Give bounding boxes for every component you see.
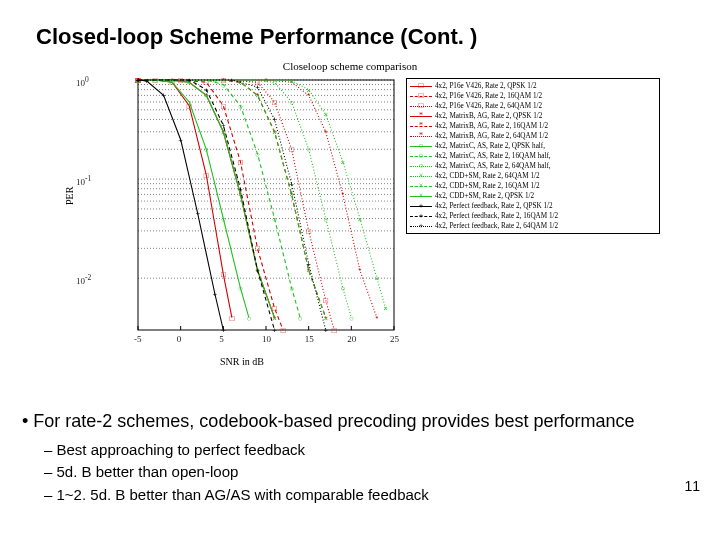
chart-xtick: 20	[347, 334, 356, 344]
legend-entry: □4x2, P16e V426, Rate 2, QPSK 1/2	[410, 81, 656, 91]
svg-text:×: ×	[383, 304, 388, 313]
legend-entry: +4x2, Perfect feedback, Rate 2, 16QAM 1/…	[410, 211, 656, 221]
svg-text:+: +	[255, 266, 260, 275]
svg-text:□: □	[272, 98, 277, 107]
svg-text:○: ○	[272, 78, 277, 87]
chart-ytick: 100	[76, 75, 89, 88]
chart-xlabel: SNR in dB	[220, 356, 264, 367]
chart-ytick: 10-2	[76, 273, 91, 286]
svg-text:+: +	[195, 209, 200, 218]
slide: Closed-loop Scheme Performance (Cont. ) …	[0, 0, 720, 540]
svg-text:+: +	[161, 91, 166, 100]
bullet-subs: – Best approaching to perfect feedback –…	[44, 440, 429, 507]
svg-text:□: □	[289, 145, 294, 154]
legend-entry: ○4x2, MatrixC, AS, Rate 2, 64QAM half,	[410, 161, 656, 171]
svg-text:+: +	[230, 76, 235, 85]
chart: Closeloop scheme comparison PER □□□□□□□□…	[60, 60, 640, 370]
svg-text:*: *	[341, 190, 344, 199]
chart-xtick: 15	[305, 334, 314, 344]
legend-entry: ○4x2, MatrixC, AS, Rate 2, 16QAM half,	[410, 151, 656, 161]
svg-text:□: □	[229, 314, 234, 323]
svg-text:□: □	[332, 326, 337, 335]
svg-text:□: □	[281, 326, 286, 335]
chart-xtick: -5	[134, 334, 142, 344]
svg-text:+: +	[272, 115, 277, 124]
bullet-sub-1: 5d. B better than open-loop	[57, 463, 239, 480]
svg-text:○: ○	[349, 314, 354, 323]
svg-text:*: *	[358, 266, 361, 275]
slide-title: Closed-loop Scheme Performance (Cont. )	[36, 24, 477, 50]
legend-entry: ×4x2, CDD+SM, Rate 2, 64QAM 1/2	[410, 171, 656, 181]
svg-text:+: +	[306, 260, 311, 269]
legend-entry: ×4x2, CDD+SM, Rate 2, QPSK 1/2	[410, 191, 656, 201]
svg-text:+: +	[238, 185, 243, 194]
svg-text:○: ○	[255, 150, 260, 159]
svg-text:×: ×	[323, 110, 328, 119]
legend-entry: □4x2, P16e V426, Rate 2, 64QAM 1/2	[410, 101, 656, 111]
svg-text:○: ○	[298, 314, 303, 323]
legend-entry: ○4x2, MatrixC, AS, Rate 2, QPSK half,	[410, 141, 656, 151]
svg-text:□: □	[255, 244, 260, 253]
svg-text:+: +	[144, 77, 149, 86]
svg-text:×: ×	[375, 274, 380, 283]
bullet-main-text: For rate-2 schemes, codebook-based preco…	[33, 411, 634, 431]
svg-text:○: ○	[187, 98, 192, 107]
chart-title: Closeloop scheme comparison	[283, 60, 417, 72]
chart-xtick: 5	[219, 334, 224, 344]
svg-text:×: ×	[255, 91, 260, 100]
svg-text:□: □	[221, 102, 226, 111]
page-number: 11	[684, 478, 700, 494]
bullet-sub-0: Best approaching to perfect feedback	[57, 441, 306, 458]
svg-text:×: ×	[358, 215, 363, 224]
legend-entry: +4x2, Perfect feedback, Rate 2, QPSK 1/2	[410, 201, 656, 211]
svg-text:×: ×	[272, 314, 277, 323]
svg-text:○: ○	[238, 102, 243, 111]
svg-text:□: □	[204, 171, 209, 180]
svg-text:+: +	[136, 76, 141, 85]
chart-ylabel: PER	[64, 187, 75, 205]
svg-text:*: *	[324, 128, 327, 137]
svg-text:○: ○	[221, 81, 226, 90]
chart-legend: □4x2, P16e V426, Rate 2, QPSK 1/2□4x2, P…	[406, 78, 660, 234]
bullet-sub-2: 1~2. 5d. B better than AG/AS with compar…	[57, 486, 429, 503]
svg-text:□: □	[306, 227, 311, 236]
svg-text:○: ○	[204, 145, 209, 154]
chart-plot-area: □□□□□□□□□□□□□□□□□□□□□□□*****************…	[100, 74, 400, 354]
bullet-main: • For rate-2 schemes, codebook-based pre…	[22, 410, 635, 437]
chart-ytick: 10-1	[76, 174, 91, 187]
svg-text:○: ○	[289, 284, 294, 293]
legend-entry: *4x2, MatrixB, AG, Rate 2, 16QAM 1/2	[410, 121, 656, 131]
chart-xtick: 0	[177, 334, 182, 344]
svg-text:□: □	[238, 158, 243, 167]
svg-text:×: ×	[272, 128, 277, 137]
svg-text:+: +	[255, 83, 260, 92]
svg-text:×: ×	[264, 76, 269, 85]
legend-entry: □4x2, P16e V426, Rate 2, 16QAM 1/2	[410, 91, 656, 101]
chart-xtick: 10	[262, 334, 271, 344]
svg-text:*: *	[375, 314, 378, 323]
legend-entry: ×4x2, CDD+SM, Rate 2, 16QAM 1/2	[410, 181, 656, 191]
svg-text:+: +	[289, 180, 294, 189]
svg-text:+: +	[204, 86, 209, 95]
svg-text:○: ○	[238, 284, 243, 293]
svg-text:○: ○	[289, 98, 294, 107]
svg-text:×: ×	[323, 314, 328, 323]
svg-text:□: □	[221, 270, 226, 279]
svg-text:+: +	[221, 121, 226, 130]
legend-entry: +4x2, Perfect feedback, Rate 2, 64QAM 1/…	[410, 221, 656, 231]
chart-xtick: 25	[390, 334, 399, 344]
svg-text:+: +	[323, 326, 328, 335]
svg-text:○: ○	[323, 215, 328, 224]
svg-text:×: ×	[306, 86, 311, 95]
legend-entry: *4x2, MatrixB, AG, Rate 2, 64QAM 1/2	[410, 131, 656, 141]
svg-text:×: ×	[340, 158, 345, 167]
svg-text:○: ○	[221, 215, 226, 224]
svg-text:○: ○	[340, 284, 345, 293]
legend-entry: *4x2, MatrixB, AG, Rate 2, QPSK 1/2	[410, 111, 656, 121]
svg-text:+: +	[178, 136, 183, 145]
svg-text:×: ×	[289, 77, 294, 86]
svg-text:□: □	[323, 296, 328, 305]
svg-text:+: +	[272, 326, 277, 335]
svg-text:○: ○	[247, 314, 252, 323]
svg-text:○: ○	[272, 215, 277, 224]
